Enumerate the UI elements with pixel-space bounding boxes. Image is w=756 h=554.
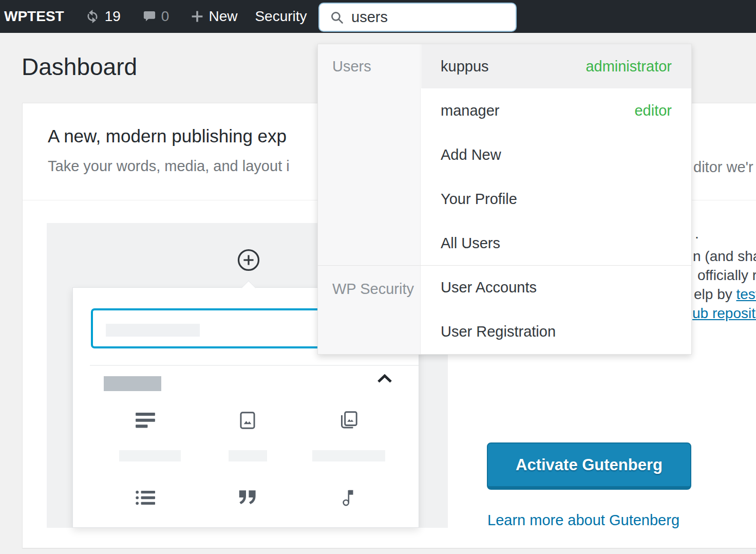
admin-search-dropdown: Users WP Security kuppus administrator m… <box>317 44 692 355</box>
dropdown-item-user-registration[interactable]: User Registration <box>421 309 691 354</box>
right-text-fragment: elp by test <box>694 286 756 303</box>
role-badge: administrator <box>585 58 672 75</box>
audio-icon[interactable] <box>337 486 360 509</box>
site-name[interactable]: WPTEST <box>4 8 64 25</box>
comment-icon <box>142 9 157 24</box>
right-text-fragment: ub reposito <box>692 305 756 322</box>
panel-subheading: Take your words, media, and layout i <box>48 158 290 175</box>
dropdown-item-user-accounts[interactable]: User Accounts <box>421 265 691 309</box>
comments-count: 0 <box>161 8 169 25</box>
new-label: New <box>209 8 237 25</box>
quote-icon[interactable] <box>236 486 259 509</box>
plus-icon <box>191 10 204 23</box>
inserter-title-placeholder <box>104 376 161 391</box>
search-input[interactable] <box>351 9 495 26</box>
dropdown-results-column: kuppus administrator manager editor Add … <box>421 44 691 354</box>
test-link[interactable]: test <box>736 286 756 302</box>
list-icon[interactable] <box>134 486 157 509</box>
dropdown-item-all-users[interactable]: All Users <box>421 221 691 265</box>
dropdown-item-manager[interactable]: manager editor <box>421 88 691 133</box>
dropdown-item-label: kuppus <box>441 58 489 75</box>
panel-heading: A new, modern publishing exp <box>48 126 287 146</box>
dropdown-section-divider <box>318 265 691 266</box>
repository-link[interactable]: ub reposito <box>692 305 756 321</box>
fragment-text: elp by <box>694 286 736 302</box>
label-placeholder <box>229 450 267 461</box>
dropdown-section-column: Users WP Security <box>318 44 421 354</box>
image-icon[interactable] <box>236 409 259 432</box>
add-block-icon[interactable] <box>237 248 260 272</box>
role-badge: editor <box>634 102 672 119</box>
label-placeholder <box>312 450 385 461</box>
dropdown-item-label: All Users <box>441 235 500 252</box>
update-icon <box>85 9 100 24</box>
dropdown-item-label: Add New <box>441 146 501 163</box>
right-text-fragment: n (and shar <box>693 248 756 265</box>
admin-search-box <box>318 3 517 32</box>
inserter-divider <box>90 365 419 366</box>
dropdown-item-label: User Registration <box>441 323 556 340</box>
comments-menu[interactable]: 0 <box>142 8 169 25</box>
dropdown-item-label: Your Profile <box>441 191 517 208</box>
admin-bar: WPTEST 19 0 New Security <box>0 0 756 33</box>
section-label-users: Users <box>332 58 371 75</box>
label-placeholder <box>119 450 181 461</box>
right-text-fragment: . <box>695 226 699 242</box>
right-text-fragment: officially r <box>697 267 756 284</box>
updates-menu[interactable]: 19 <box>85 8 121 25</box>
dropdown-item-your-profile[interactable]: Your Profile <box>421 177 691 221</box>
learn-more-link[interactable]: Learn more about Gutenberg <box>487 512 679 529</box>
new-menu[interactable]: New <box>191 8 237 25</box>
paragraph-icon[interactable] <box>134 409 157 432</box>
gallery-icon[interactable] <box>337 409 360 432</box>
page-title: Dashboard <box>22 53 137 81</box>
updates-count: 19 <box>105 8 121 25</box>
activate-gutenberg-button[interactable]: Activate Gutenberg <box>487 442 691 490</box>
section-label-wp-security: WP Security <box>332 281 414 298</box>
subheading-tail-fragment: ditor we'r <box>693 159 753 176</box>
search-icon <box>330 10 344 25</box>
dropdown-item-add-new[interactable]: Add New <box>421 133 691 177</box>
dropdown-item-kuppus[interactable]: kuppus administrator <box>421 44 691 88</box>
block-placeholder-bar <box>106 324 200 337</box>
dropdown-item-label: User Accounts <box>441 279 537 296</box>
chevron-up-icon[interactable] <box>377 374 392 385</box>
security-menu[interactable]: Security <box>255 8 307 25</box>
dropdown-item-label: manager <box>441 102 499 119</box>
